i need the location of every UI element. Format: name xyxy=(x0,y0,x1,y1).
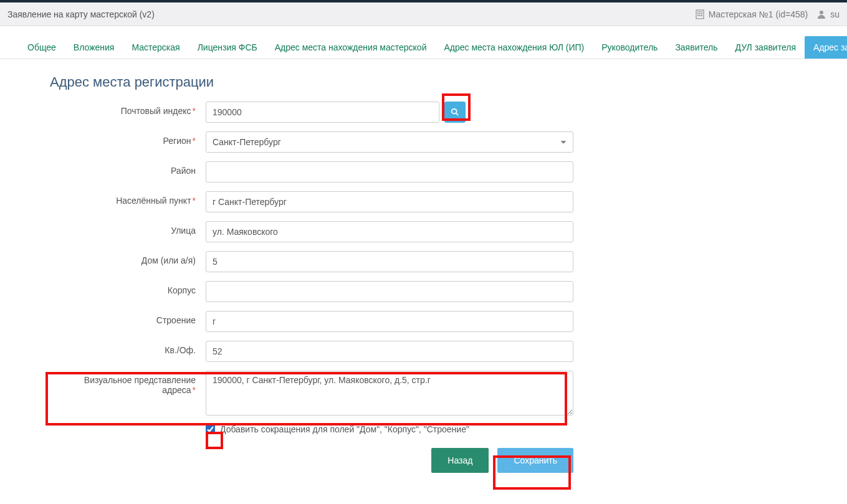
page-title: Заявление на карту мастерской (v2) xyxy=(7,9,155,19)
back-button[interactable]: Назад xyxy=(431,448,489,473)
tab-license[interactable]: Лицензия ФСБ xyxy=(189,36,266,59)
svg-rect-3 xyxy=(701,11,702,12)
label-flat: Кв./Оф. xyxy=(50,341,206,355)
building-icon xyxy=(695,9,705,19)
tab-legal-address[interactable]: Адрес места нахождения ЮЛ (ИП) xyxy=(435,36,593,59)
svg-point-11 xyxy=(452,109,457,114)
korpus-input[interactable] xyxy=(206,281,573,302)
user-icon xyxy=(816,9,826,19)
building-input[interactable] xyxy=(206,311,573,332)
abbr-label[interactable]: Добавить сокращения для полей "Дом", "Ко… xyxy=(220,424,469,434)
svg-rect-6 xyxy=(701,13,702,14)
label-house: Дом (или а/я) xyxy=(50,251,206,265)
region-select[interactable]: Санкт-Петербург xyxy=(206,131,573,153)
tab-workshop[interactable]: Мастерская xyxy=(123,36,188,59)
house-input[interactable] xyxy=(206,251,573,272)
city-input[interactable] xyxy=(206,191,573,212)
svg-rect-5 xyxy=(699,13,701,14)
search-zip-button[interactable] xyxy=(444,102,466,123)
tab-general[interactable]: Общее xyxy=(19,36,65,59)
label-zip: Почтовый индекс* xyxy=(50,102,206,116)
svg-point-10 xyxy=(820,11,823,14)
label-street: Улица xyxy=(50,221,206,235)
svg-rect-9 xyxy=(701,15,702,16)
label-city: Населённый пункт* xyxy=(50,191,206,206)
search-icon xyxy=(451,108,459,116)
label-district: Район xyxy=(50,161,206,176)
save-button[interactable]: Сохранить xyxy=(497,448,573,473)
svg-rect-2 xyxy=(699,11,701,12)
abbr-checkbox[interactable] xyxy=(206,425,215,434)
section-title: Адрес места регистрации xyxy=(50,74,573,90)
user-name: su xyxy=(830,9,840,19)
user-info[interactable]: su xyxy=(816,9,840,19)
org-name: Мастерская №1 (id=458) xyxy=(709,9,808,19)
tabs: Общее Вложения Мастерская Лицензия ФСБ А… xyxy=(0,36,847,59)
tab-applicant-address[interactable]: Адрес заявителя xyxy=(805,36,847,59)
label-korpus: Корпус xyxy=(50,281,206,295)
svg-rect-7 xyxy=(697,15,699,16)
org-info: Мастерская №1 (id=458) xyxy=(695,9,808,19)
tab-applicant[interactable]: Заявитель xyxy=(666,36,726,59)
tab-workshop-address[interactable]: Адрес места нахождения мастерской xyxy=(266,36,436,59)
svg-rect-8 xyxy=(699,15,701,16)
visual-address-textarea[interactable]: 190000, г Санкт-Петербург, ул. Маяковско… xyxy=(206,371,573,416)
street-input[interactable] xyxy=(206,221,573,242)
label-visual: Визуальное представление адреса* xyxy=(50,371,206,395)
tab-head[interactable]: Руководитель xyxy=(593,36,666,59)
district-input[interactable] xyxy=(206,161,573,183)
label-building: Строение xyxy=(50,311,206,325)
zip-input[interactable] xyxy=(206,102,439,123)
svg-line-12 xyxy=(456,113,459,116)
svg-rect-4 xyxy=(697,13,699,14)
flat-input[interactable] xyxy=(206,341,573,362)
label-region: Регион* xyxy=(50,131,206,146)
svg-rect-1 xyxy=(697,11,699,12)
topbar: Заявление на карту мастерской (v2) Масте… xyxy=(0,0,847,26)
tab-applicant-id[interactable]: ДУЛ заявителя xyxy=(727,36,805,59)
tab-attachments[interactable]: Вложения xyxy=(65,36,123,59)
